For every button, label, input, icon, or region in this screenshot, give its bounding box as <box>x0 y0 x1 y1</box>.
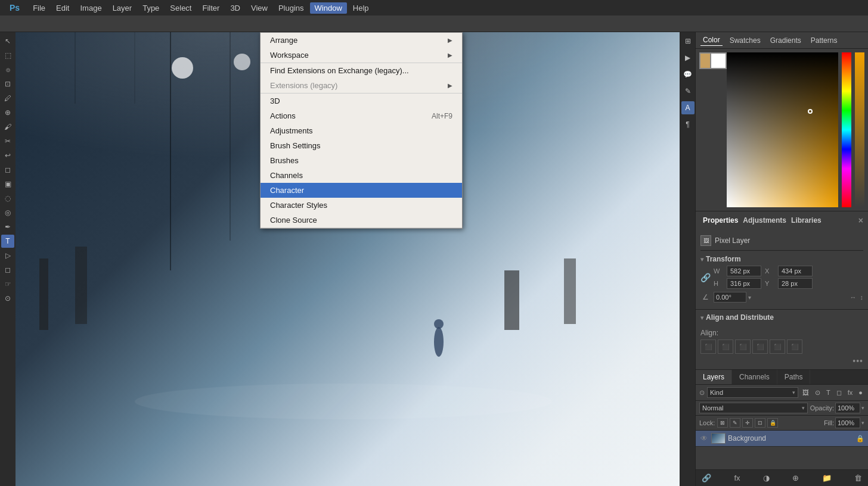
align-right[interactable]: ⬛ <box>735 339 751 354</box>
tab-paths[interactable]: Paths <box>777 370 811 384</box>
transform-flip-v[interactable]: ↕ <box>860 294 864 301</box>
color-tab-patterns[interactable]: Patterns <box>808 35 840 46</box>
blur-tool[interactable]: ◌ <box>1 192 14 205</box>
type-tool[interactable]: T <box>1 235 14 248</box>
select-tool[interactable]: ⬚ <box>1 49 14 62</box>
menu-type[interactable]: Type <box>138 2 164 14</box>
color-tab-swatches[interactable]: Swatches <box>727 35 763 46</box>
gradient-tool[interactable]: ▣ <box>1 177 14 191</box>
align-center-v[interactable]: ⬛ <box>770 339 785 354</box>
eyedropper-tool[interactable]: 🖊 <box>1 92 14 105</box>
delete-layer-btn[interactable]: 🗑 <box>852 472 864 484</box>
filter-type-btn[interactable]: T <box>824 388 832 397</box>
transform-w-input[interactable] <box>727 266 761 276</box>
menu-view[interactable]: View <box>246 2 272 14</box>
menu-item-arrange[interactable]: Arrange ▶ <box>261 33 462 48</box>
transform-y-input[interactable] <box>778 278 813 289</box>
dodge-tool[interactable]: ◎ <box>1 206 14 219</box>
tab-channels[interactable]: Channels <box>732 370 777 384</box>
menu-plugins[interactable]: Plugins <box>274 2 309 14</box>
filter-shape-btn[interactable]: ◻ <box>835 388 844 398</box>
menu-item-workspace[interactable]: Workspace ▶ <box>261 48 462 63</box>
align-top[interactable]: ⬛ <box>752 339 768 354</box>
opacity-arrow[interactable]: ▾ <box>861 405 864 411</box>
adjustments-tab[interactable]: Adjustments <box>740 215 789 226</box>
libraries-tab[interactable]: Libraries <box>789 215 824 226</box>
menu-layer[interactable]: Layer <box>108 2 137 14</box>
background-swatch[interactable] <box>710 52 727 69</box>
menu-item-character-styles[interactable]: Character Styles <box>261 198 462 213</box>
clone-tool[interactable]: ✂ <box>1 135 14 148</box>
menu-item-brushes[interactable]: Brushes <box>261 153 462 168</box>
brush-tool[interactable]: 🖌 <box>1 120 14 133</box>
crop-tool[interactable]: ⊡ <box>1 77 14 91</box>
heal-tool[interactable]: ⊕ <box>1 106 14 119</box>
properties-close[interactable]: × <box>858 216 863 225</box>
menu-item-clone-source[interactable]: Clone Source <box>261 213 462 228</box>
lock-image[interactable]: ✎ <box>730 418 740 428</box>
align-center-h[interactable]: ⬛ <box>718 339 733 354</box>
filter-effect-btn[interactable]: fx <box>846 388 855 397</box>
path-select-tool[interactable]: ▷ <box>1 249 14 262</box>
history-tool[interactable]: ↩ <box>1 149 14 162</box>
layers-filter-select[interactable]: Kind ▾ <box>707 387 798 398</box>
opacity-input[interactable] <box>835 403 860 413</box>
menu-item-3d[interactable]: 3D <box>261 94 462 108</box>
menu-help[interactable]: Help <box>348 2 374 14</box>
angle-caret[interactable]: ▾ <box>748 294 751 301</box>
lock-artboard[interactable]: ⊡ <box>755 418 765 428</box>
color-tab-gradients[interactable]: Gradients <box>768 35 804 46</box>
move-tool[interactable]: ↖ <box>1 35 14 48</box>
menu-item-brush-settings[interactable]: Brush Settings <box>261 138 462 153</box>
filter-pixel-btn[interactable]: 🖼 <box>801 388 811 397</box>
add-group-btn[interactable]: 📁 <box>820 472 834 484</box>
eraser-tool[interactable]: ◻ <box>1 163 14 176</box>
fill-input[interactable] <box>835 418 860 428</box>
menu-3d[interactable]: 3D <box>225 2 245 14</box>
transform-h-input[interactable] <box>727 278 761 289</box>
link-layers-btn[interactable]: 🔗 <box>699 472 714 484</box>
menu-item-adjustments[interactable]: Adjustments <box>261 123 462 138</box>
hand-tool[interactable]: ☞ <box>1 278 14 291</box>
menu-item-actions[interactable]: Actions Alt+F9 <box>261 108 462 123</box>
align-more-btn[interactable]: ••• <box>852 356 863 366</box>
color-gradient-picker[interactable] <box>727 52 838 207</box>
sidebar-icon-1[interactable]: ⊞ <box>681 35 695 48</box>
add-adjustment-btn[interactable]: ⊕ <box>790 472 801 484</box>
align-bottom[interactable]: ⬛ <box>787 339 802 354</box>
color-tab-color[interactable]: Color <box>700 35 723 46</box>
color-hue-bar[interactable] <box>842 52 851 207</box>
menu-item-channels[interactable]: Channels <box>261 168 462 183</box>
lasso-tool[interactable]: ⌾ <box>1 63 14 76</box>
transform-flip-h[interactable]: ↔ <box>850 294 857 301</box>
menu-select[interactable]: Select <box>165 2 196 14</box>
lock-all[interactable]: 🔒 <box>767 418 778 428</box>
angle-input[interactable] <box>714 292 746 303</box>
sidebar-icon-4[interactable]: ✎ <box>681 85 695 98</box>
blend-mode-select[interactable]: Normal ▾ <box>699 403 808 413</box>
menu-file[interactable]: File <box>28 2 50 14</box>
filter-toggle[interactable]: ● <box>857 388 864 397</box>
menu-item-character[interactable]: Character <box>261 183 462 198</box>
filter-adjust-btn[interactable]: ⊙ <box>813 388 822 398</box>
shape-tool[interactable]: ◻ <box>1 263 14 276</box>
menu-edit[interactable]: Edit <box>51 2 74 14</box>
menu-item-find-extensions[interactable]: Find Extensions on Exchange (legacy)... <box>261 63 462 78</box>
menu-filter[interactable]: Filter <box>197 2 224 14</box>
layer-visibility-eye[interactable]: 👁 <box>699 434 709 443</box>
sidebar-icon-3[interactable]: 💬 <box>681 68 695 81</box>
tab-layers[interactable]: Layers <box>696 370 732 384</box>
add-style-btn[interactable]: fx <box>731 472 742 484</box>
transform-x-input[interactable] <box>778 266 813 276</box>
lock-position[interactable]: ✛ <box>742 418 753 428</box>
add-mask-btn[interactable]: ◑ <box>761 472 772 484</box>
zoom-tool[interactable]: ⊙ <box>1 292 14 305</box>
fill-arrow[interactable]: ▾ <box>861 420 864 426</box>
pen-tool[interactable]: ✒ <box>1 220 14 233</box>
menu-item-extensions-legacy[interactable]: Extensions (legacy) ▶ <box>261 78 462 93</box>
sidebar-icon-5[interactable]: ¶ <box>681 118 695 131</box>
color-alpha-bar[interactable] <box>855 52 864 207</box>
layer-item-background[interactable]: 👁 Background 🔒 <box>696 431 868 447</box>
menu-window[interactable]: Window <box>310 2 347 14</box>
sidebar-icon-type[interactable]: A <box>681 101 695 114</box>
